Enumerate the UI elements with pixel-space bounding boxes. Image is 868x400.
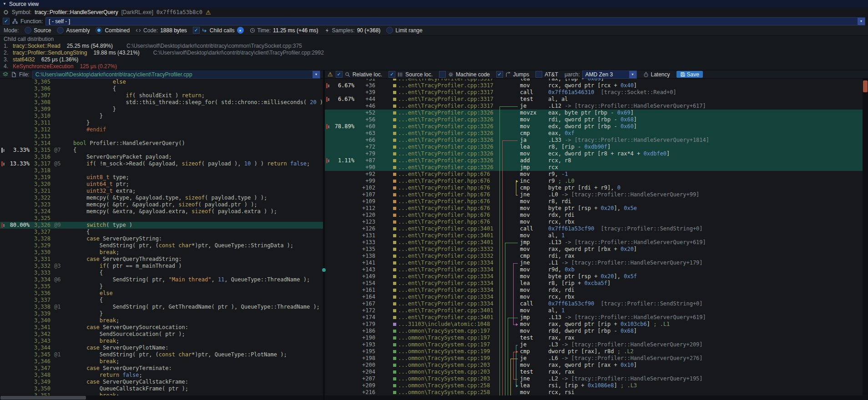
asm-instruction-row[interactable]: +174...ent\TracyProfiler.cpp:3401jmp.L13… — [325, 314, 863, 321]
source-code-view[interactable]: 3,305 else3,306 {3,307 if( shouldExit ) … — [0, 79, 323, 395]
source-line[interactable]: 3,305 else — [0, 79, 323, 85]
function-combo-arrow-icon[interactable]: ▼ — [858, 18, 865, 25]
asm-instruction-row[interactable]: +164...ent\TracyProfiler.cpp:3334movrcx,… — [325, 294, 863, 300]
asm-instruction-row[interactable]: +209...ommon\TracySystem.cpp:258learsi, … — [325, 382, 863, 389]
source-line[interactable]: 3,337 { — [0, 297, 323, 304]
child-call-item[interactable]: 4.KeSynchronizeExecution125 μs (0.27%) — [0, 63, 868, 70]
source-line[interactable]: 3,311 } — [0, 120, 323, 126]
source-line[interactable]: 3,323 memcpy( &ptr, &payload.ptr, sizeof… — [0, 201, 323, 208]
titlebar[interactable]: ▼ Source view — [0, 0, 868, 8]
source-line[interactable]: 3,340 break; — [0, 317, 323, 324]
source-line[interactable]: 3,329 SendString( ptr, (const char*)ptr,… — [0, 242, 323, 249]
file-combo-arrow-icon[interactable]: ▼ — [313, 71, 320, 78]
source-line[interactable]: 3,322 memcpy( &type, &payload.type, size… — [0, 195, 323, 201]
source-line[interactable]: 3,320 uint64_t ptr; — [0, 181, 323, 188]
asm-instruction-row[interactable]: +143...ent\TracyProfiler.cpp:3334movr9d,… — [325, 266, 863, 273]
source-line[interactable]: 80.00%3,326@9 switch( type ) — [0, 222, 323, 229]
source-line[interactable]: 3,316 ServerQueryPacket payload; — [0, 154, 323, 160]
asm-instruction-row[interactable]: +195...ommon\TracySystem.cpp:199cmpdword… — [325, 348, 863, 355]
uarch-combo-arrow-icon[interactable]: ▼ — [629, 71, 636, 78]
child-calls-toggle[interactable]: ✓ Child calls ▲ — [193, 27, 244, 34]
asm-instruction-row[interactable]: +72...ent\TracyProfiler.cpp:3326lear8, [… — [325, 144, 863, 150]
source-line[interactable]: 3,350 QueueCallstackFrame( ptr ); — [0, 385, 323, 392]
asm-option-relative-loc-[interactable]: ✓Relative loc. — [336, 71, 382, 78]
asm-instruction-row[interactable]: +149...ent\TracyProfiler.cpp:3334movbyte… — [325, 273, 863, 280]
child-call-item[interactable]: 3.stat64i32625 μs (1.36%) — [0, 56, 868, 63]
file-icon[interactable] — [11, 72, 16, 77]
asm-instruction-row[interactable]: +123...ent\TracyProfiler.hpp:676movrcx, … — [325, 219, 863, 225]
source-line[interactable]: 3.33%3,315@7{ — [0, 147, 323, 154]
source-line[interactable]: 3,324 memcpy( &extra, &payload.extra, si… — [0, 208, 323, 215]
limit-range-toggle[interactable]: Limit range — [386, 27, 422, 34]
asm-instruction-row[interactable]: +112...ent\TracyProfiler.hpp:676movbyte … — [325, 205, 863, 212]
asm-instruction-row[interactable]: 1.11%+87...ent\TracyProfiler.cpp:3326add… — [325, 157, 863, 164]
source-line[interactable]: 3,341 case ServerQuerySourceLocation: — [0, 324, 323, 331]
source-line[interactable]: 3,321 uint32_t extra; — [0, 188, 323, 195]
limit-range-radio[interactable] — [386, 27, 393, 34]
checkbox-icon[interactable]: ✓ — [496, 71, 503, 78]
asm-instruction-row[interactable]: +99...ent\TracyProfiler.hpp:676incr9 ; .… — [325, 178, 863, 185]
source-line[interactable]: 3,319 uint8_t type; — [0, 174, 323, 181]
asm-instruction-row[interactable]: +133...ent\TracyProfiler.cpp:3401jmp.L13… — [325, 239, 863, 246]
source-line[interactable]: 3,349 case ServerQueryCallstackFrame: — [0, 379, 323, 385]
asm-instruction-row[interactable]: 6.67%+36...ent\TracyProfiler.cpp:3317mov… — [325, 82, 863, 89]
child-call-item[interactable]: 2.tracy::Profiler::SendLongString19.88 m… — [0, 50, 868, 56]
function-combo[interactable]: [ - self - ] ▼ — [45, 17, 865, 25]
collapse-triangle-icon[interactable]: ▼ — [3, 2, 6, 6]
asm-instruction-row[interactable]: +79...ent\TracyProfiler.cpp:3326movecx, … — [325, 150, 863, 157]
asm-instruction-row[interactable]: +63...ent\TracyProfiler.cpp:3326cmpeax, … — [325, 130, 863, 137]
asm-instruction-row[interactable]: +90...ent\TracyProfiler.cpp:3326jmprcx — [325, 164, 863, 171]
asm-vscrollbar[interactable] — [863, 79, 868, 395]
source-line[interactable]: 3,344 case ServerQueryPlotName: — [0, 345, 323, 351]
asm-instruction-row[interactable]: +52...ent\TracyProfiler.cpp:3326movzxeax… — [325, 110, 863, 116]
asm-instruction-row[interactable]: +200...ommon\TracySystem.cpp:203movrax, … — [325, 362, 863, 369]
checkbox-icon[interactable]: ✓ — [336, 71, 343, 78]
source-line[interactable]: 3,308 std::this_thread::sleep_for( std::… — [0, 99, 323, 106]
asm-instruction-row[interactable]: +186...ommon\TracySystem.cpp:197movr8d, … — [325, 328, 863, 335]
layers-icon[interactable] — [3, 72, 8, 77]
asm-option-source-loc-[interactable]: ✓Source loc. — [389, 71, 433, 78]
source-line[interactable]: 3,351 break; — [0, 392, 323, 395]
source-line[interactable]: 3,327 { — [0, 229, 323, 235]
source-line[interactable]: 3,347 case ServerQueryTerminate: — [0, 365, 323, 372]
checkbox-icon[interactable] — [439, 71, 446, 78]
source-line[interactable]: 3,331 case ServerQueryThreadString: — [0, 256, 323, 263]
function-checkbox[interactable]: ✓ — [3, 18, 10, 25]
source-line[interactable]: 3,325 — [0, 215, 323, 222]
asm-instruction-row[interactable]: +198...ommon\TracySystem.cpp:199je.L6 ->… — [325, 355, 863, 362]
child-calls-checkbox[interactable]: ✓ — [193, 27, 200, 34]
source-line[interactable]: 3,314bool Profiler::HandleServerQuery() — [0, 140, 323, 147]
asm-instruction-row[interactable]: +216...ommon\TracySystem.cpp:258movrcx, … — [325, 389, 863, 395]
asm-option-at-t[interactable]: AT&T — [535, 71, 558, 78]
file-combo[interactable]: C:\Users\wolf\Desktop\darkrl\contrib\tra… — [32, 70, 320, 79]
source-line[interactable]: 3,307 if( shouldExit ) return; — [0, 92, 323, 99]
asm-instruction-row[interactable]: +207...ommon\TracySystem.cpp:203jne.L2 -… — [325, 375, 863, 382]
source-hscrollbar-thumb[interactable] — [0, 396, 86, 400]
mode-radio-source[interactable]: Source — [25, 27, 51, 34]
radio-icon[interactable] — [57, 27, 64, 34]
mode-radio-assembly[interactable]: Assembly — [57, 27, 90, 34]
save-button[interactable]: Save — [676, 71, 703, 78]
source-line[interactable]: 3,328 case ServerQueryString: — [0, 235, 323, 242]
asm-instruction-row[interactable]: 6.67%+44...ent\TracyProfiler.cpp:3317tes… — [325, 96, 863, 103]
source-line[interactable]: 3,330 break; — [0, 249, 323, 256]
asm-instruction-row[interactable]: +120...ent\TracyProfiler.hpp:676movrdx, … — [325, 212, 863, 219]
asm-instruction-row[interactable]: +179...31103\include\atomic:1048movrax, … — [325, 321, 863, 328]
source-line[interactable]: 3,310 } — [0, 113, 323, 120]
asm-instruction-row[interactable]: +102...ent\TracyProfiler.hpp:676cmpbyte … — [325, 185, 863, 191]
asm-hscrollbar[interactable] — [325, 395, 868, 400]
source-line[interactable]: 3,309 } — [0, 106, 323, 113]
source-line[interactable]: 3,348 return false; — [0, 372, 323, 379]
source-line[interactable]: 3,339 } — [0, 310, 323, 317]
asm-instruction-row[interactable]: +31...ent\TracyProfiler.cpp:3317learax, … — [325, 79, 863, 82]
asm-vscrollbar-thumb[interactable] — [863, 80, 868, 92]
source-line[interactable]: 3,343 break; — [0, 338, 323, 345]
asm-instruction-row[interactable]: +167...ent\TracyProfiler.cpp:3334call0x7… — [325, 300, 863, 307]
uarch-combo[interactable]: AMD Zen 3 ▼ — [582, 70, 637, 79]
asm-instruction-row[interactable]: +135...ent\TracyProfiler.cpp:3332movrax,… — [325, 246, 863, 253]
source-line[interactable]: 3,336 else — [0, 290, 323, 297]
child-calls-expand-button[interactable]: ▲ — [237, 27, 244, 34]
source-line[interactable]: 3,313 — [0, 133, 323, 140]
asm-instruction-row[interactable]: +204...ommon\TracySystem.cpp:203testrax,… — [325, 369, 863, 375]
asm-instruction-row[interactable]: +190...ommon\TracySystem.cpp:197testrax,… — [325, 335, 863, 341]
